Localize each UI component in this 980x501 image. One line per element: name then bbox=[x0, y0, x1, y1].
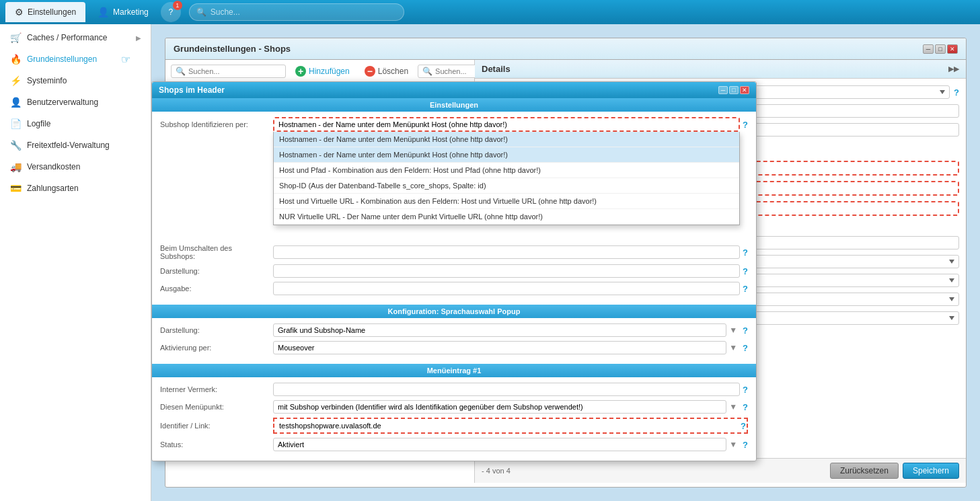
popup-close[interactable]: ✕ bbox=[740, 86, 749, 94]
caches-icon: 🛒 bbox=[9, 32, 22, 44]
footer-info: - 4 von 4 bbox=[482, 467, 511, 475]
tab-marketing[interactable]: 👤 Marketing bbox=[88, 2, 158, 22]
ausgabe-input[interactable] bbox=[273, 282, 740, 295]
popup-window: Shops im Header ─ □ ✕ Einstellungen Subs… bbox=[151, 81, 757, 461]
search-icon: 🔍 bbox=[196, 7, 206, 17]
identifier-help[interactable]: ? bbox=[741, 421, 746, 431]
panel-controls: ─ □ ✕ bbox=[923, 44, 958, 54]
aktivierung-help[interactable]: ? bbox=[743, 343, 748, 353]
panel-title: Grundeinstellungen - Shops bbox=[174, 44, 291, 54]
darstellung2-help[interactable]: ? bbox=[743, 325, 748, 336]
topbar: ⚙ Einstellungen 👤 Marketing ? 1 🔍 bbox=[0, 0, 980, 24]
versand-icon: 🚚 bbox=[9, 161, 22, 173]
sidebar-item-grundeinstellungen[interactable]: 🔥 Grundeinstellungen ☞ bbox=[0, 48, 151, 70]
diesen-arrow: ▼ bbox=[729, 402, 737, 412]
dropdown-item-0[interactable]: Hostnamen - der Name unter dem Menüpunkt… bbox=[274, 132, 739, 147]
marketing-icon: 👤 bbox=[98, 7, 109, 17]
close-button[interactable]: ✕ bbox=[947, 44, 958, 54]
dropdown-item-1[interactable]: Host und Pfad - Kombination aus den Feld… bbox=[274, 163, 739, 178]
ausgabe-wrap: ? bbox=[273, 282, 748, 295]
aktivierung-arrow: ▼ bbox=[729, 343, 737, 352]
save-button[interactable]: Speichern bbox=[903, 463, 959, 479]
aktivierung-input[interactable] bbox=[273, 341, 726, 354]
global-search[interactable]: 🔍 bbox=[189, 3, 404, 21]
ausgabe-help[interactable]: ? bbox=[743, 284, 748, 294]
popup-maximize[interactable]: □ bbox=[729, 86, 739, 94]
subshop-dropdown[interactable]: Hostnamen - der Name unter dem Menüpunkt… bbox=[273, 132, 740, 225]
list-search[interactable]: 🔍 bbox=[171, 65, 286, 78]
sidebar-item-freitextfeld[interactable]: 🔧 Freitextfeld-Verwaltung bbox=[0, 134, 151, 156]
shop-type-help[interactable]: ? bbox=[954, 87, 959, 98]
sidebar-item-caches[interactable]: 🛒 Caches / Performance ▶ bbox=[0, 27, 151, 48]
reset-button[interactable]: Zurücksetzen bbox=[830, 463, 899, 479]
popup-below-dropdown: Beim Umschalten des Subshops: ? Darstell… bbox=[152, 239, 756, 461]
content-area: Grundeinstellungen - Shops ─ □ ✕ 🔍 bbox=[151, 24, 980, 501]
dropdown-item-2[interactable]: Shop-ID (Aus der Datenband-Tabelle s_cor… bbox=[274, 178, 739, 194]
darstellung1-label: Darstellung: bbox=[160, 267, 268, 275]
darstellung2-input[interactable] bbox=[273, 323, 726, 337]
arrow-icon: ▶ bbox=[136, 34, 141, 42]
diesen-label: Diesen Menüpunkt: bbox=[160, 403, 268, 411]
subshop-select-wrap: Hostnamen - der Name unter dem Menüpunkt… bbox=[273, 117, 748, 132]
tab-einstellungen[interactable]: ⚙ Einstellungen bbox=[5, 2, 85, 22]
popup-field-darstellung2: Darstellung: ▼ ? bbox=[160, 323, 748, 337]
details-footer: - 4 von 4 Zurücksetzen Speichern bbox=[475, 458, 966, 483]
ausgabe-label: Ausgabe: bbox=[160, 284, 268, 293]
identifier-input[interactable] bbox=[275, 420, 738, 432]
sidebar-item-systeminfo[interactable]: ⚡ Systeminfo bbox=[0, 70, 151, 91]
freitextfeld-icon: 🔧 bbox=[9, 139, 22, 151]
systeminfo-icon: ⚡ bbox=[9, 75, 22, 87]
global-search-input[interactable] bbox=[211, 7, 397, 17]
add-button[interactable]: + Hinzufügen bbox=[290, 64, 355, 79]
add-icon: + bbox=[295, 66, 306, 77]
subshop-label: Subshop Identifizieren per: bbox=[160, 120, 268, 128]
popup-field-interner: Interner Vermerk: ? bbox=[160, 383, 748, 396]
darstellung1-help[interactable]: ? bbox=[743, 266, 748, 276]
sidebar: 🛒 Caches / Performance ▶ 🔥 Grundeinstell… bbox=[0, 24, 151, 501]
darstellung1-input[interactable] bbox=[273, 264, 740, 278]
expand-icon[interactable]: ▶▶ bbox=[948, 65, 959, 73]
section-konfiguration: Konfiguration: Sprachauswahl Popup bbox=[152, 305, 756, 318]
sidebar-item-versandkosten[interactable]: 🚚 Versandkosten bbox=[0, 156, 151, 178]
popup-field-subshop: Subshop Identifizieren per: Hostnamen - … bbox=[160, 117, 748, 132]
interner-help[interactable]: ? bbox=[743, 385, 748, 395]
popup-body: Einstellungen Subshop Identifizieren per… bbox=[152, 98, 756, 461]
popup-field-umschalten: Beim Umschalten des Subshops: ? bbox=[160, 244, 748, 260]
list-search-input[interactable] bbox=[188, 67, 281, 75]
dropdown-item-0b[interactable]: Hostnamen - der Name unter dem Menüpunkt… bbox=[274, 147, 739, 163]
maximize-button[interactable]: □ bbox=[935, 44, 946, 54]
umschalten-input[interactable] bbox=[273, 245, 740, 259]
subshop-help[interactable]: ? bbox=[743, 120, 748, 130]
help-button[interactable]: ? 1 bbox=[161, 2, 181, 22]
identifier-label: Identifier / Link: bbox=[160, 422, 268, 430]
status-label: Status: bbox=[160, 440, 268, 449]
zahlung-icon: 💳 bbox=[9, 182, 22, 194]
cursor-indicator: ☞ bbox=[121, 53, 130, 66]
umschalten-help[interactable]: ? bbox=[743, 247, 748, 258]
dropdown-container: Hostnamen - der Name unter dem Menüpunkt… bbox=[273, 117, 740, 132]
minimize-button[interactable]: ─ bbox=[923, 44, 934, 54]
dropdown-item-4[interactable]: NUR Virtuelle URL - Der Name unter dem P… bbox=[274, 209, 739, 225]
panel-header: Grundeinstellungen - Shops ─ □ ✕ bbox=[165, 38, 966, 60]
sidebar-item-benutzerverwaltung[interactable]: 👤 Benutzerverwaltung bbox=[0, 91, 151, 113]
sidebar-item-logfile[interactable]: 📄 Logfile bbox=[0, 113, 151, 134]
dropdown-item-3[interactable]: Host und Virtuelle URL - Kombination aus… bbox=[274, 194, 739, 209]
subshop-input[interactable] bbox=[273, 117, 740, 132]
details-header: Details ▶▶ bbox=[475, 60, 966, 79]
diesen-input[interactable] bbox=[273, 400, 726, 414]
status-input[interactable] bbox=[273, 438, 726, 451]
diesen-help[interactable]: ? bbox=[743, 402, 748, 412]
interner-input[interactable] bbox=[273, 383, 740, 396]
interner-wrap: ? bbox=[273, 383, 748, 396]
popup-minimize[interactable]: ─ bbox=[718, 86, 728, 94]
status-help[interactable]: ? bbox=[743, 440, 748, 450]
popup-field-ausgabe: Ausgabe: ? bbox=[160, 282, 748, 295]
sidebar-item-zahlungsarten[interactable]: 💳 Zahlungsarten bbox=[0, 178, 151, 199]
delete-button[interactable]: − Löschen bbox=[359, 64, 414, 79]
section-menuepunkt: Menüeintrag #1 bbox=[152, 364, 756, 377]
footer-buttons: Zurücksetzen Speichern bbox=[830, 463, 959, 479]
popup-form-main: Subshop Identifizieren per: Hostnamen - … bbox=[152, 112, 756, 141]
interner-label: Interner Vermerk: bbox=[160, 385, 268, 393]
popup-field-diesen: Diesen Menüpunkt: ▼ ? bbox=[160, 400, 748, 414]
settings-icon: ⚙ bbox=[15, 7, 24, 17]
